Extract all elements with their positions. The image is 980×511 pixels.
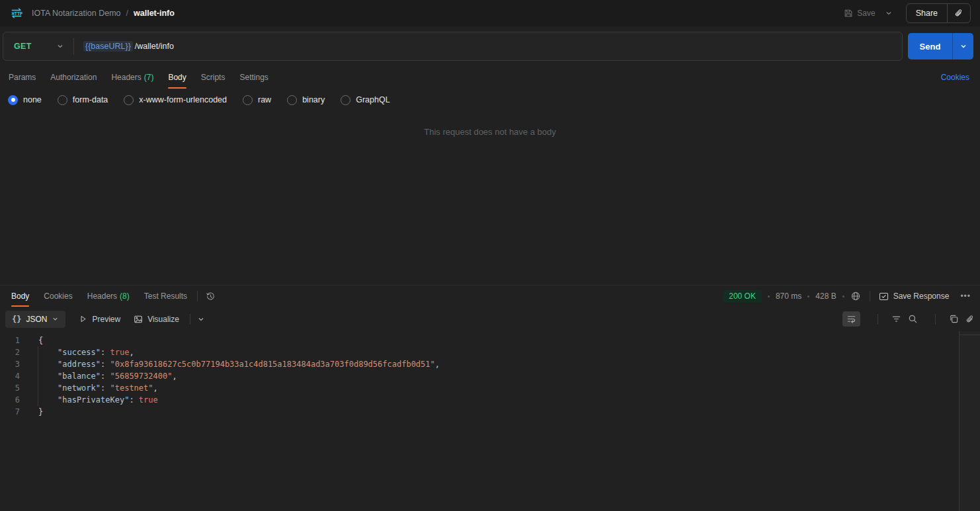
body-type-selector: none form-data x-www-form-urlencoded raw… (0, 89, 980, 111)
share-button-group: Share (906, 3, 971, 23)
json-key: "address" (58, 360, 101, 369)
response-tab-headers[interactable]: Headers(8) (80, 286, 137, 307)
body-type-x-www-form-urlencoded[interactable]: x-www-form-urlencoded (124, 95, 227, 105)
header-actions: Save Share (838, 3, 971, 23)
body-type-form-data[interactable]: form-data (58, 95, 108, 105)
url-path: /wallet/info (135, 42, 174, 51)
json-key: "balance" (58, 372, 101, 381)
radio-icon (341, 95, 350, 105)
format-dropdown[interactable]: {} JSON (5, 311, 65, 328)
breadcrumb-collection[interactable]: IOTA Notarization Demo (32, 9, 121, 18)
save-options-chevron-icon[interactable] (881, 7, 897, 20)
copy-link-icon[interactable] (948, 4, 970, 22)
json-key: "hasPrivateKey" (58, 395, 129, 405)
code-line: 2 "success": true, (0, 346, 980, 358)
response-panel: Body Cookies Headers(8) Test Results 200… (0, 285, 980, 511)
response-body-editor[interactable]: 1 { 2 "success": true, 3 "address": "0x8… (0, 331, 980, 511)
method-selector[interactable]: GET (3, 42, 73, 51)
meta-dot (768, 295, 770, 297)
image-icon (134, 315, 143, 324)
response-tab-cookies[interactable]: Cookies (36, 286, 79, 307)
radio-icon (243, 95, 253, 105)
response-size[interactable]: 428 B (815, 292, 836, 301)
request-body-panel: This request does not have a body (0, 111, 980, 285)
code-line: 6 "hasPrivateKey": true (0, 394, 980, 406)
response-tab-test-results[interactable]: Test Results (137, 286, 194, 307)
json-key: "success" (58, 348, 101, 357)
search-icon[interactable] (908, 314, 918, 324)
response-toolbar: {} JSON Preview Visualize (0, 307, 980, 331)
play-icon (79, 315, 87, 323)
meta-dot (842, 295, 844, 297)
tab-authorization[interactable]: Authorization (43, 66, 104, 89)
tab-scripts[interactable]: Scripts (194, 66, 233, 89)
send-button[interactable]: Send (908, 33, 952, 59)
more-options-icon[interactable]: ••• (955, 292, 976, 301)
response-time[interactable]: 870 ms (776, 292, 801, 301)
tool-icons-divider (935, 314, 936, 325)
save-button[interactable]: Save (838, 6, 880, 20)
floppy-icon (844, 9, 853, 18)
save-response-icon (879, 292, 889, 301)
body-type-none[interactable]: none (8, 95, 42, 105)
save-response-button[interactable]: Save Response (879, 292, 950, 301)
body-type-graphql[interactable]: GraphQL (341, 95, 389, 105)
tab-body[interactable]: Body (161, 66, 193, 89)
share-button[interactable]: Share (907, 4, 947, 22)
tab-settings[interactable]: Settings (232, 66, 275, 89)
json-value: "0x8fa93618627c5c0b77194b33a1c4d815a1834… (110, 360, 434, 369)
send-options-chevron-icon[interactable] (953, 33, 973, 59)
breadcrumb-request-name[interactable]: wallet-info (134, 9, 175, 18)
json-key: "network" (58, 383, 101, 393)
line-number: 6 (0, 395, 28, 405)
filter-icon[interactable] (891, 314, 901, 324)
network-info-globe-icon[interactable] (850, 291, 861, 301)
tab-headers[interactable]: Headers(7) (104, 66, 161, 89)
http-request-icon: HTTP (9, 7, 24, 19)
line-number: 5 (0, 383, 28, 393)
copy-link-icon[interactable] (965, 315, 975, 324)
visualize-button[interactable]: Visualize (134, 315, 179, 324)
line-number: 2 (0, 348, 28, 357)
format-label: JSON (26, 315, 47, 324)
more-views-chevron-icon[interactable] (197, 315, 205, 323)
request-url-row: GET {{baseURL}} /wallet/info Send (0, 26, 980, 66)
code-line: 4 "balance": "56859732400", (0, 370, 980, 382)
json-value: true (139, 395, 158, 405)
body-type-binary[interactable]: binary (287, 95, 325, 105)
indent-guide (38, 346, 38, 406)
json-value: "testnet" (110, 383, 153, 393)
response-scrollbar[interactable] (959, 331, 980, 511)
share-button-label: Share (916, 9, 938, 18)
code-line: 3 "address": "0x8fa93618627c5c0b77194b33… (0, 358, 980, 370)
json-value: "56859732400" (110, 372, 172, 381)
status-badge[interactable]: 200 OK (723, 290, 762, 303)
response-headers-count-badge: (8) (120, 292, 130, 301)
meta-dot (807, 295, 809, 297)
headers-count-badge: (7) (144, 73, 154, 82)
preview-label: Preview (92, 315, 120, 324)
radio-icon (58, 95, 67, 105)
cookies-link[interactable]: Cookies (932, 66, 979, 89)
response-tool-icons (842, 311, 975, 327)
copy-icon[interactable] (949, 314, 959, 324)
breadcrumb-separator: / (126, 9, 128, 18)
tab-params[interactable]: Params (1, 66, 43, 89)
line-number: 4 (0, 372, 28, 381)
line-number: 3 (0, 360, 28, 369)
url-input[interactable]: {{baseURL}} /wallet/info (74, 41, 902, 52)
radio-icon (287, 95, 297, 105)
code-line: 1 { (0, 334, 980, 346)
method-chevron-icon (56, 42, 64, 50)
json-punctuation: { (38, 336, 43, 345)
wrap-text-icon[interactable] (842, 311, 860, 327)
toolbar-divider (190, 314, 190, 325)
response-tab-body[interactable]: Body (4, 286, 36, 307)
body-type-raw[interactable]: raw (243, 95, 271, 105)
braces-icon: {} (12, 315, 21, 324)
tool-icons-divider (878, 314, 878, 325)
svg-text:HTTP: HTTP (12, 11, 22, 17)
response-history-icon[interactable] (200, 286, 221, 307)
response-tabs-divider (197, 291, 198, 301)
preview-button[interactable]: Preview (79, 315, 120, 324)
